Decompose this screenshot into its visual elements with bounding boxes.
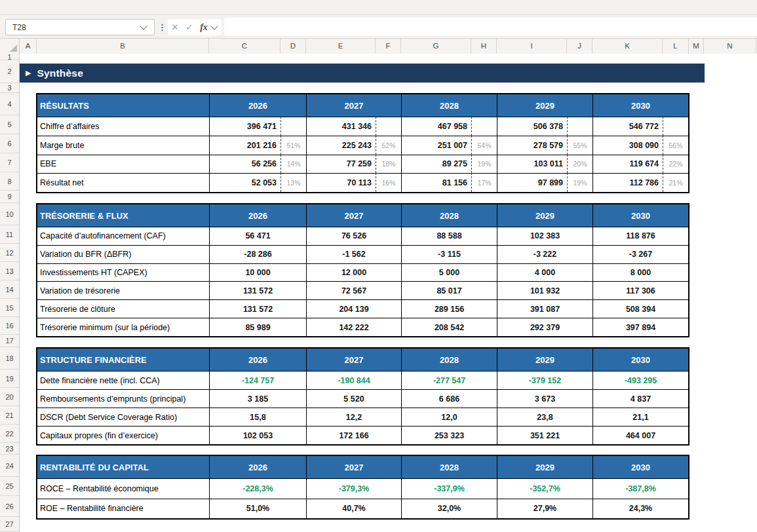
value-cell[interactable]: 397 894 — [592, 318, 688, 336]
row-label-cell[interactable]: Capacité d’autofinancement (CAF) — [37, 227, 209, 245]
row-header-27[interactable]: 27 — [0, 517, 19, 532]
year-header-cell[interactable]: 2029 — [497, 456, 592, 478]
select-all-corner[interactable] — [0, 39, 20, 54]
year-header-cell[interactable]: 2027 — [306, 349, 401, 371]
value-cell[interactable]: 142 222 — [306, 318, 401, 336]
column-header-K[interactable]: K — [592, 39, 663, 54]
row-header-12[interactable]: 12 — [0, 244, 19, 262]
column-header-B[interactable]: B — [37, 39, 209, 54]
row-header-13[interactable]: 13 — [0, 262, 19, 280]
row-label-cell[interactable]: ROCE – Rentabilité économique — [37, 478, 209, 499]
row-label-cell[interactable]: Trésorerie minimum (sur la période) — [37, 318, 209, 336]
column-header-C[interactable]: C — [209, 39, 281, 54]
name-box[interactable]: T28 — [5, 19, 155, 35]
enter-icon[interactable]: ✓ — [182, 22, 197, 32]
row-label-cell[interactable]: Variation de trésorerie — [37, 281, 209, 299]
value-cell[interactable]: 289 156 — [401, 299, 497, 318]
row-header-6[interactable]: 6 — [0, 134, 19, 153]
value-cell[interactable]: 81 156 — [401, 173, 471, 192]
row-label-cell[interactable]: Dette financière nette (incl. CCA) — [37, 371, 209, 389]
value-cell[interactable]: -379 152 — [497, 371, 592, 389]
percent-cell[interactable]: 13% — [281, 173, 306, 192]
percent-cell[interactable]: 52% — [376, 136, 401, 155]
value-cell[interactable]: 72 567 — [306, 281, 401, 299]
value-cell[interactable]: -3 267 — [592, 245, 688, 263]
formula-input[interactable] — [224, 18, 757, 36]
percent-cell[interactable]: 16% — [376, 173, 401, 192]
percent-cell[interactable]: 18% — [376, 155, 401, 174]
year-header-cell[interactable]: 2029 — [497, 94, 592, 117]
row-label-cell[interactable]: EBE — [37, 155, 209, 174]
value-cell[interactable]: -124 757 — [209, 371, 306, 389]
percent-cell[interactable] — [567, 117, 592, 136]
year-header-cell[interactable]: 2030 — [592, 456, 688, 478]
value-cell[interactable]: 12 000 — [306, 263, 401, 282]
value-cell[interactable]: 431 346 — [306, 117, 376, 136]
row-header-10[interactable]: 10 — [0, 203, 19, 225]
value-cell[interactable]: 118 876 — [592, 227, 688, 245]
value-cell[interactable]: 40,7% — [306, 499, 401, 519]
value-cell[interactable]: 89 275 — [401, 155, 471, 174]
value-cell[interactable]: 97 899 — [497, 173, 567, 192]
percent-cell[interactable]: 55% — [567, 136, 592, 155]
value-cell[interactable]: 77 259 — [306, 155, 376, 174]
column-header-H[interactable]: H — [471, 39, 497, 54]
column-header-I[interactable]: I — [497, 39, 567, 54]
percent-cell[interactable]: 51% — [281, 136, 306, 155]
table-title-cell[interactable]: STRUCTURE FINANCIÈRE — [37, 349, 209, 371]
row-header-19[interactable]: 19 — [0, 370, 19, 388]
percent-cell[interactable]: 14% — [281, 155, 306, 174]
value-cell[interactable]: 12,0 — [401, 408, 497, 426]
row-header-5[interactable]: 5 — [0, 115, 19, 134]
sheet-title-bar[interactable]: ▶ Synthèse — [20, 64, 705, 83]
row-label-cell[interactable]: Résultat net — [37, 173, 209, 192]
value-cell[interactable]: -493 295 — [592, 371, 688, 389]
row-header-2[interactable]: 2 — [0, 60, 19, 83]
value-cell[interactable]: 225 243 — [306, 136, 376, 155]
value-cell[interactable]: 56 471 — [209, 227, 306, 245]
year-header-cell[interactable]: 2026 — [209, 456, 306, 478]
value-cell[interactable]: 4 000 — [497, 263, 592, 282]
value-cell[interactable]: 391 087 — [497, 299, 592, 318]
percent-cell[interactable]: 19% — [471, 155, 497, 174]
year-header-cell[interactable]: 2026 — [209, 94, 306, 117]
name-box-chevron-down-icon[interactable] — [140, 22, 147, 29]
percent-cell[interactable] — [281, 117, 306, 136]
year-header-cell[interactable]: 2030 — [592, 349, 688, 371]
column-header-E[interactable]: E — [306, 39, 376, 54]
value-cell[interactable]: -352,7% — [497, 478, 592, 499]
row-label-cell[interactable]: ROE – Rentabilité financière — [37, 499, 209, 519]
year-header-cell[interactable]: 2028 — [401, 349, 497, 371]
row-label-cell[interactable]: Capitaux propres (fin d’exercice) — [37, 426, 209, 444]
column-header-M[interactable]: M — [689, 39, 704, 54]
value-cell[interactable]: 351 221 — [497, 426, 592, 444]
value-cell[interactable]: 52 053 — [209, 173, 281, 192]
value-cell[interactable]: 8 000 — [592, 263, 688, 282]
row-header-11[interactable]: 11 — [0, 225, 19, 244]
year-header-cell[interactable]: 2028 — [401, 456, 497, 478]
column-header-G[interactable]: G — [401, 39, 471, 54]
value-cell[interactable]: -387,8% — [592, 478, 688, 499]
column-header-F[interactable]: F — [376, 39, 401, 54]
insert-function-fx-icon[interactable]: fx — [197, 22, 211, 33]
value-cell[interactable]: 3 185 — [209, 389, 306, 408]
value-cell[interactable]: 292 379 — [497, 318, 592, 336]
percent-cell[interactable]: 56% — [663, 136, 688, 155]
value-cell[interactable]: 85 989 — [209, 318, 306, 336]
value-cell[interactable]: -1 562 — [306, 245, 401, 263]
value-cell[interactable]: 3 673 — [497, 389, 592, 408]
formula-bar-handle-dots-icon[interactable]: ⋮ — [158, 19, 166, 35]
row-label-cell[interactable]: Trésorerie de clôture — [37, 299, 209, 318]
value-cell[interactable]: 24,3% — [592, 499, 688, 519]
value-cell[interactable]: 56 256 — [209, 155, 281, 174]
value-cell[interactable]: -28 286 — [209, 245, 306, 263]
row-header-8[interactable]: 8 — [0, 172, 19, 191]
value-cell[interactable]: 76 526 — [306, 227, 401, 245]
percent-cell[interactable]: 22% — [663, 155, 688, 174]
row-label-cell[interactable]: Remboursements d’emprunts (principal) — [37, 389, 209, 408]
value-cell[interactable]: 467 958 — [401, 117, 471, 136]
row-header-15[interactable]: 15 — [0, 299, 19, 317]
table-title-cell[interactable]: RENTABILITÉ DU CAPITAL — [37, 456, 209, 478]
value-cell[interactable]: 251 007 — [401, 136, 471, 155]
value-cell[interactable]: 10 000 — [209, 263, 306, 282]
